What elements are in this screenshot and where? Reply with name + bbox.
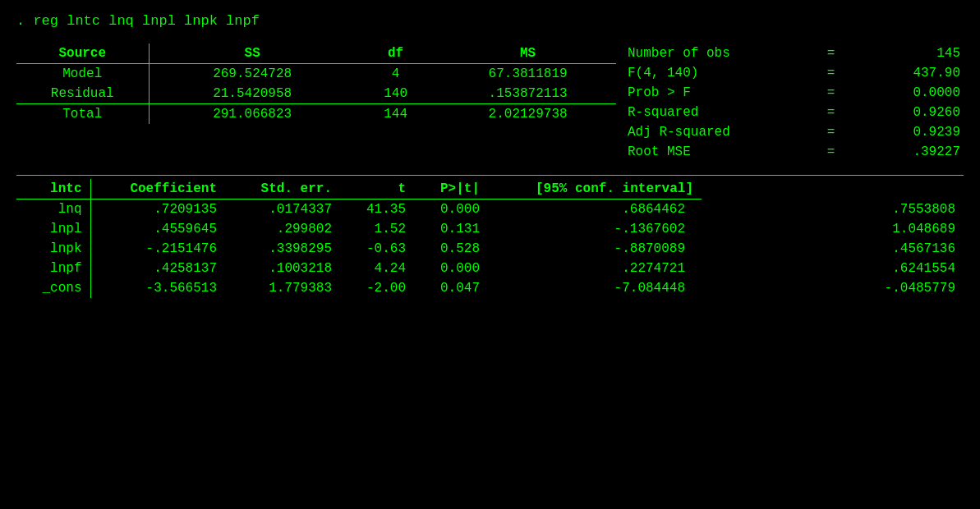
coeff-var: lnpf	[16, 259, 90, 278]
coeff-col-p: P>|t|	[414, 179, 488, 199]
coeff-t: 1.52	[340, 219, 414, 239]
col-source: Source	[16, 44, 149, 63]
coeff-coef: -3.566513	[94, 278, 225, 298]
coeff-section: lntc Coefficient Std. err. t P>|t| [95% …	[16, 175, 964, 298]
stat-row: F(4, 140) = 437.90	[624, 63, 964, 83]
coeff-row: _cons -3.566513 1.779383 -2.00 0.047 -7.…	[16, 278, 964, 298]
stat-row: Prob > F = 0.0000	[624, 83, 964, 103]
anova-total-row: Total 291.066823 144 2.02129738	[16, 104, 616, 124]
anova-model-df: 4	[352, 64, 439, 84]
coeff-p: 0.000	[414, 259, 488, 278]
stat-label: Root MSE	[624, 142, 810, 162]
coeff-col-var: lntc	[16, 179, 90, 199]
coeff-var: lnpl	[16, 219, 90, 239]
coeff-ci-lo: .2274721	[488, 259, 702, 278]
coeff-header-row: lntc Coefficient Std. err. t P>|t| [95% …	[16, 179, 964, 199]
stat-value: 0.9239	[852, 122, 964, 142]
stat-eq: =	[810, 44, 851, 63]
anova-model-ms: 67.3811819	[439, 64, 616, 84]
coeff-t: -0.63	[340, 239, 414, 259]
stat-value: 0.0000	[852, 83, 964, 103]
coeff-se: .3398295	[225, 239, 340, 259]
anova-total-ms: 2.02129738	[439, 104, 616, 124]
coeff-var: lnq	[16, 199, 90, 219]
stat-label: Number of obs	[624, 44, 810, 63]
stat-value: 437.90	[852, 63, 964, 83]
coeff-ci-hi: .7553808	[702, 199, 964, 219]
coeff-ci-hi: 1.048689	[702, 219, 964, 239]
stat-eq: =	[810, 103, 851, 122]
stat-label: F(4, 140)	[624, 63, 810, 83]
coeff-coef: .7209135	[94, 199, 225, 219]
coeff-p: 0.000	[414, 199, 488, 219]
stat-label: R-squared	[624, 103, 810, 122]
stat-eq: =	[810, 142, 851, 162]
stat-value: 0.9260	[852, 103, 964, 122]
coeff-row: lnq .7209135 .0174337 41.35 0.000 .68644…	[16, 199, 964, 219]
stat-row: R-squared = 0.9260	[624, 103, 964, 122]
stat-row: Adj R-squared = 0.9239	[624, 122, 964, 142]
coeff-col-ci: [95% conf. interval]	[488, 179, 702, 199]
anova-model-ss: 269.524728	[153, 64, 352, 84]
anova-table: Source SS df MS Model 269.524728 4 67.	[16, 44, 616, 162]
stat-label: Prob > F	[624, 83, 810, 103]
coeff-ci-hi: .6241554	[702, 259, 964, 278]
coeff-se: 1.779383	[225, 278, 340, 298]
anova-model-label: Model	[16, 64, 149, 84]
anova-residual-row: Residual 21.5420958 140 .153872113	[16, 84, 616, 103]
command-line: . reg lntc lnq lnpl lnpk lnpf	[16, 13, 964, 29]
anova-residual-ms: .153872113	[439, 84, 616, 103]
col-df: df	[352, 44, 439, 63]
coeff-ci-hi: -.0485779	[702, 278, 964, 298]
coeff-ci-lo: -.8870089	[488, 239, 702, 259]
stat-label: Adj R-squared	[624, 122, 810, 142]
coeff-col-t: t	[340, 179, 414, 199]
col-ss: SS	[153, 44, 352, 63]
coeff-p: 0.528	[414, 239, 488, 259]
stat-eq: =	[810, 83, 851, 103]
stat-row: Root MSE = .39227	[624, 142, 964, 162]
anova-total-ss: 291.066823	[153, 104, 352, 124]
stat-row: Number of obs = 145	[624, 44, 964, 63]
stat-eq: =	[810, 122, 851, 142]
coeff-row: lnpf .4258137 .1003218 4.24 0.000 .22747…	[16, 259, 964, 278]
coeff-row: lnpl .4559645 .299802 1.52 0.131 -.13676…	[16, 219, 964, 239]
coeff-row: lnpk -.2151476 .3398295 -0.63 0.528 -.88…	[16, 239, 964, 259]
coeff-ci-lo: -.1367602	[488, 219, 702, 239]
anova-residual-df: 140	[352, 84, 439, 103]
anova-residual-label: Residual	[16, 84, 149, 103]
anova-header-row: Source SS df MS	[16, 44, 616, 63]
coeff-ci-lo: -7.084448	[488, 278, 702, 298]
anova-total-label: Total	[16, 104, 149, 124]
coeff-p: 0.047	[414, 278, 488, 298]
coeff-var: _cons	[16, 278, 90, 298]
anova-residual-ss: 21.5420958	[153, 84, 352, 103]
anova-total-df: 144	[352, 104, 439, 124]
coeff-t: 4.24	[340, 259, 414, 278]
coeff-col-se: Std. err.	[225, 179, 340, 199]
col-ms: MS	[439, 44, 616, 63]
right-stats-panel: Number of obs = 145 F(4, 140) = 437.90 P…	[616, 44, 964, 162]
coeff-se: .299802	[225, 219, 340, 239]
coeff-coef: .4258137	[94, 259, 225, 278]
stat-value: .39227	[852, 142, 964, 162]
coeff-se: .0174337	[225, 199, 340, 219]
coeff-coef: .4559645	[94, 219, 225, 239]
coeff-col-coef: Coefficient	[94, 179, 225, 199]
coeff-var: lnpk	[16, 239, 90, 259]
coeff-coef: -.2151476	[94, 239, 225, 259]
stat-value: 145	[852, 44, 964, 63]
coeff-t: -2.00	[340, 278, 414, 298]
coeff-ci-lo: .6864462	[488, 199, 702, 219]
stat-eq: =	[810, 63, 851, 83]
coeff-t: 41.35	[340, 199, 414, 219]
anova-model-row: Model 269.524728 4 67.3811819	[16, 64, 616, 84]
coeff-p: 0.131	[414, 219, 488, 239]
coeff-ci-hi: .4567136	[702, 239, 964, 259]
coeff-se: .1003218	[225, 259, 340, 278]
